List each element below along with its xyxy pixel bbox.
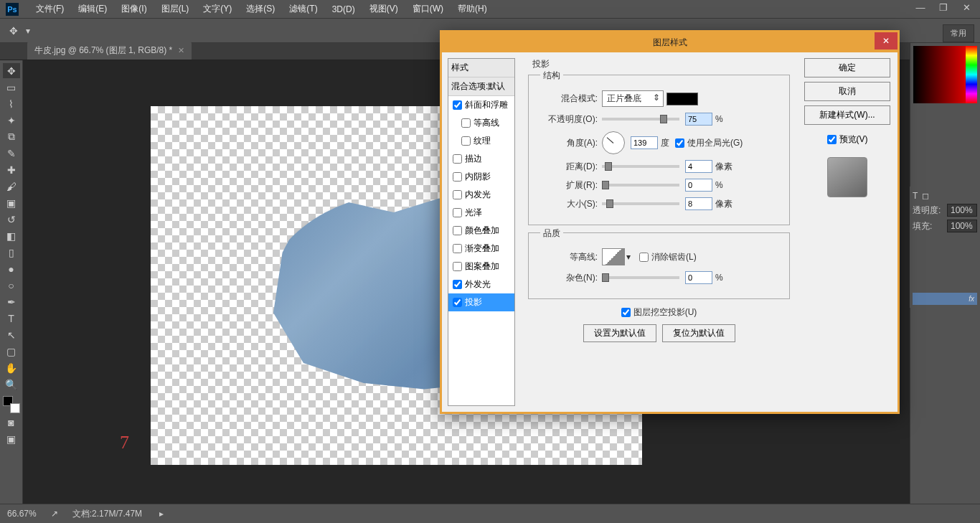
shape-tool[interactable]: ▢ bbox=[3, 344, 20, 359]
window-minimize[interactable]: — bbox=[910, 0, 930, 14]
preview-checkbox[interactable] bbox=[827, 135, 837, 144]
hue-slider[interactable] bbox=[966, 46, 977, 103]
dialog-titlebar[interactable]: 图层样式 ✕ bbox=[442, 32, 897, 52]
menu-layer[interactable]: 图层(L) bbox=[154, 0, 197, 18]
style-color-overlay[interactable]: 颜色叠加 bbox=[448, 222, 514, 240]
style-gradient-overlay[interactable]: 渐变叠加 bbox=[448, 240, 514, 258]
distance-input[interactable] bbox=[685, 160, 712, 173]
menu-select[interactable]: 选择(S) bbox=[239, 0, 282, 18]
dialog-close-button[interactable]: ✕ bbox=[875, 32, 897, 50]
menu-type[interactable]: 文字(Y) bbox=[196, 0, 239, 18]
gradient-tool[interactable]: ▯ bbox=[3, 245, 20, 260]
antialias-checkbox[interactable] bbox=[639, 253, 649, 262]
fill-value[interactable]: 100% bbox=[947, 220, 977, 232]
quickmask-tool[interactable]: ◙ bbox=[3, 415, 20, 430]
type-icon[interactable]: T bbox=[913, 191, 918, 201]
tab-close-icon[interactable]: ✕ bbox=[178, 46, 184, 55]
menu-edit[interactable]: 编辑(E) bbox=[71, 0, 114, 18]
opacity-value[interactable]: 100% bbox=[947, 204, 977, 217]
noise-slider[interactable] bbox=[602, 276, 679, 279]
blend-options-item[interactable]: 混合选项:默认 bbox=[448, 77, 514, 96]
spread-slider[interactable] bbox=[602, 184, 679, 187]
new-style-button[interactable]: 新建样式(W)... bbox=[804, 105, 890, 125]
satin-checkbox[interactable] bbox=[453, 208, 462, 217]
brush-tool[interactable]: 🖌 bbox=[3, 179, 20, 194]
hand-tool[interactable]: ✋ bbox=[3, 360, 20, 375]
document-tab[interactable]: 牛皮.jpg @ 66.7% (图层 1, RGB/8) * ✕ bbox=[27, 42, 192, 60]
eyedropper-tool[interactable]: ✎ bbox=[3, 146, 20, 161]
angle-dial[interactable] bbox=[602, 131, 625, 154]
stamp-tool[interactable]: ▣ bbox=[3, 195, 20, 210]
blur-tool[interactable]: ● bbox=[3, 261, 20, 276]
share-icon[interactable]: ↗ bbox=[51, 509, 58, 519]
style-inner-shadow[interactable]: 内阴影 bbox=[448, 168, 514, 186]
spread-input[interactable] bbox=[685, 179, 712, 192]
wand-tool[interactable]: ✦ bbox=[3, 113, 20, 128]
inner-glow-checkbox[interactable] bbox=[453, 190, 462, 199]
noise-input[interactable] bbox=[685, 271, 712, 284]
texture-checkbox[interactable] bbox=[461, 136, 471, 146]
doc-info-arrow[interactable]: ▸ bbox=[159, 509, 164, 519]
menu-filter[interactable]: 滤镜(T) bbox=[282, 0, 324, 18]
make-default-button[interactable]: 设置为默认值 bbox=[583, 324, 656, 342]
opacity-input[interactable] bbox=[685, 113, 712, 126]
cancel-button[interactable]: 取消 bbox=[804, 82, 890, 101]
size-slider[interactable] bbox=[602, 202, 679, 205]
outer-glow-checkbox[interactable] bbox=[453, 280, 462, 289]
bevel-checkbox[interactable] bbox=[453, 100, 462, 110]
menu-image[interactable]: 图像(I) bbox=[114, 0, 154, 18]
lasso-tool[interactable]: ⌇ bbox=[3, 96, 20, 111]
marquee-tool[interactable]: ▭ bbox=[3, 80, 20, 95]
transform-icon[interactable]: ◻ bbox=[922, 191, 929, 201]
pattern-overlay-checkbox[interactable] bbox=[453, 262, 462, 271]
window-restore[interactable]: ❐ bbox=[933, 0, 953, 14]
workspace-switcher[interactable]: 常用 bbox=[943, 24, 974, 42]
dodge-tool[interactable]: ○ bbox=[3, 278, 20, 293]
menu-view[interactable]: 视图(V) bbox=[362, 0, 405, 18]
zoom-display[interactable]: 66.67% bbox=[7, 509, 37, 519]
inner-shadow-checkbox[interactable] bbox=[453, 172, 462, 182]
window-close[interactable]: ✕ bbox=[956, 0, 976, 14]
eraser-tool[interactable]: ◧ bbox=[3, 228, 20, 243]
style-stroke[interactable]: 描边 bbox=[448, 150, 514, 168]
color-overlay-checkbox[interactable] bbox=[453, 226, 462, 235]
layer-row-active[interactable]: fx bbox=[913, 293, 977, 305]
style-outer-glow[interactable]: 外发光 bbox=[448, 275, 514, 293]
gradient-overlay-checkbox[interactable] bbox=[453, 244, 462, 253]
menu-3d[interactable]: 3D(D) bbox=[325, 1, 362, 17]
opacity-slider[interactable] bbox=[602, 118, 679, 121]
style-bevel[interactable]: 斜面和浮雕 bbox=[448, 96, 514, 114]
style-pattern-overlay[interactable]: 图案叠加 bbox=[448, 258, 514, 275]
style-contour[interactable]: 等高线 bbox=[448, 114, 514, 132]
screenmode-tool[interactable]: ▣ bbox=[3, 431, 20, 446]
menu-file[interactable]: 文件(F) bbox=[29, 0, 71, 18]
zoom-tool[interactable]: 🔍 bbox=[3, 377, 20, 392]
contour-checkbox[interactable] bbox=[461, 118, 471, 128]
style-texture[interactable]: 纹理 bbox=[448, 132, 514, 150]
angle-input[interactable] bbox=[631, 136, 658, 149]
pen-tool[interactable]: ✒ bbox=[3, 294, 20, 309]
style-inner-glow[interactable]: 内发光 bbox=[448, 186, 514, 204]
move-tool[interactable]: ✥ bbox=[3, 63, 20, 78]
global-light-checkbox[interactable] bbox=[675, 138, 684, 148]
menu-help[interactable]: 帮助(H) bbox=[451, 0, 494, 18]
distance-slider[interactable] bbox=[602, 165, 679, 168]
color-panel[interactable] bbox=[910, 43, 980, 129]
color-swatches[interactable] bbox=[3, 396, 20, 413]
healing-tool[interactable]: ✚ bbox=[3, 162, 20, 177]
styles-header[interactable]: 样式 bbox=[448, 59, 514, 77]
contour-picker[interactable] bbox=[602, 248, 625, 265]
path-tool[interactable]: ↖ bbox=[3, 327, 20, 342]
crop-tool[interactable]: ⧉ bbox=[3, 129, 20, 144]
stroke-checkbox[interactable] bbox=[453, 154, 462, 164]
style-satin[interactable]: 光泽 bbox=[448, 204, 514, 222]
text-tool[interactable]: T bbox=[3, 311, 20, 326]
size-input[interactable] bbox=[685, 197, 712, 210]
drop-shadow-checkbox[interactable] bbox=[453, 298, 462, 307]
history-brush-tool[interactable]: ↺ bbox=[3, 212, 20, 227]
shadow-color-chip[interactable] bbox=[666, 93, 698, 105]
ok-button[interactable]: 确定 bbox=[804, 58, 890, 77]
style-drop-shadow[interactable]: 投影 bbox=[448, 293, 514, 311]
blend-mode-dropdown[interactable]: 正片叠底⇕ bbox=[602, 90, 664, 107]
knockout-checkbox[interactable] bbox=[621, 308, 631, 317]
